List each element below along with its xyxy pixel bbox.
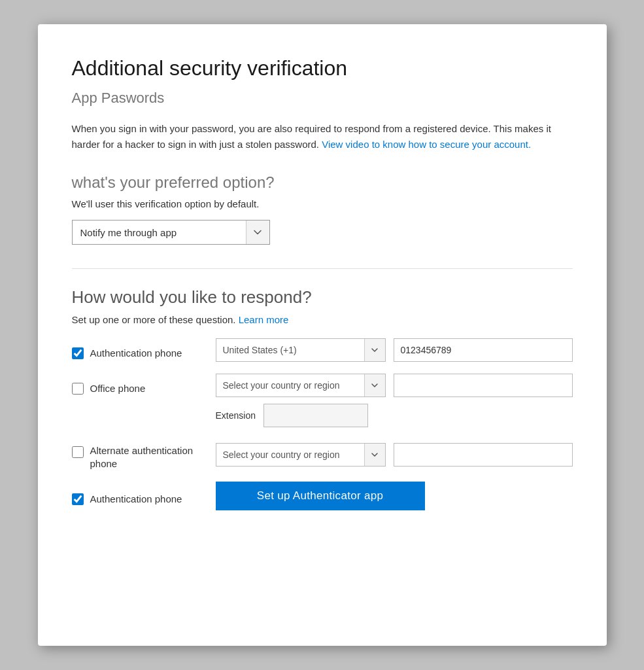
preferred-section-title: what's your preferred option?	[72, 173, 573, 192]
alt-auth-phone-row: Alternate authentication phone Select yo…	[72, 439, 573, 470]
office-phone-country-wrap[interactable]: Select your country or region United Sta…	[216, 374, 386, 397]
main-card: Additional security verification App Pas…	[38, 24, 607, 646]
extension-input[interactable]	[263, 404, 368, 427]
respond-section-title: How would you like to respond?	[72, 287, 573, 308]
last-auth-phone-checkbox[interactable]	[72, 493, 84, 505]
learn-more-link[interactable]: Learn more	[239, 314, 289, 325]
respond-section-desc: Set up one or more of these question. Le…	[72, 314, 573, 325]
auth-phone-row: Authentication phone United States (+1) …	[72, 338, 573, 362]
page-title: Additional security verification	[72, 56, 573, 80]
page-subtitle: App Paswords	[72, 90, 573, 107]
alt-auth-phone-checkbox[interactable]	[72, 446, 84, 458]
auth-phone-input[interactable]	[394, 338, 573, 362]
preferred-option-select-wrap[interactable]: Notify me through app Call my authentica…	[72, 220, 270, 245]
auth-phone-label[interactable]: Authentication phone	[72, 342, 216, 360]
description-text: When you sign in with your password, you…	[72, 121, 573, 152]
auth-phone-checkbox[interactable]	[72, 347, 84, 359]
section-divider	[72, 268, 573, 269]
alt-auth-phone-label[interactable]: Alternate authentication phone	[72, 439, 216, 470]
office-phone-row: Office phone Select your country or regi…	[72, 374, 573, 427]
office-phone-input[interactable]	[394, 374, 573, 397]
office-phone-label[interactable]: Office phone	[72, 377, 216, 395]
last-auth-phone-label[interactable]: Authentication phone	[72, 487, 216, 506]
auth-phone-label-text: Authentication phone	[90, 347, 182, 360]
office-phone-country-select[interactable]: Select your country or region United Sta…	[216, 374, 385, 397]
video-link[interactable]: View video to know how to secure your ac…	[322, 139, 531, 150]
office-phone-label-text: Office phone	[90, 382, 146, 395]
extension-row: Extension	[72, 404, 573, 427]
setup-authenticator-button[interactable]: Set up Authenticator app	[216, 482, 425, 510]
preferred-option-select[interactable]: Notify me through app Call my authentica…	[73, 220, 269, 244]
auth-phone-country-select[interactable]: United States (+1) United Kingdom (+44) …	[216, 339, 385, 361]
preferred-section-desc: We'll user this verification option by d…	[72, 198, 573, 209]
office-phone-checkbox[interactable]	[72, 383, 84, 395]
auth-phone-country-wrap[interactable]: United States (+1) United Kingdom (+44) …	[216, 338, 386, 362]
alt-auth-phone-label-text: Alternate authentication phone	[90, 444, 216, 470]
extension-label-text: Extension	[216, 410, 256, 421]
alt-auth-phone-country-wrap[interactable]: Select your country or region United Sta…	[216, 443, 386, 467]
last-auth-phone-label-text: Authentication phone	[90, 493, 182, 506]
last-row: Authentication phone Set up Authenticato…	[72, 482, 573, 510]
alt-auth-phone-country-select[interactable]: Select your country or region United Sta…	[216, 444, 385, 466]
alt-auth-phone-input[interactable]	[394, 443, 573, 467]
